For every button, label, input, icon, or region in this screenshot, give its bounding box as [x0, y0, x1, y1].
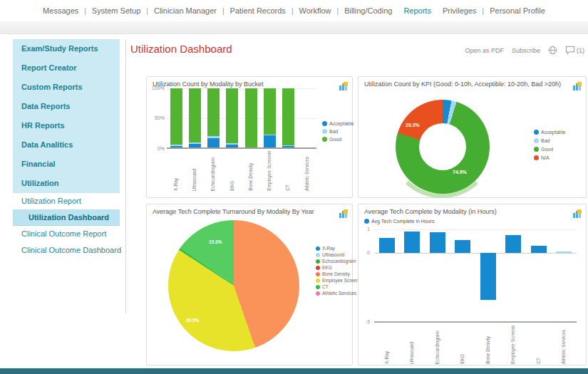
- legend-label: Good: [541, 147, 553, 152]
- legend-dot: [364, 219, 369, 224]
- x-axis-label-text: Employee Screening: [511, 326, 516, 364]
- bar-bone-density[interactable]: [242, 88, 260, 147]
- legend-label: N/A: [541, 155, 550, 160]
- legend-label: Bad: [541, 138, 550, 143]
- bar-segment-acceptable: [264, 135, 276, 147]
- x-axis-label-ct: CT: [279, 151, 298, 191]
- legend-item-x-ray: X-Ray: [316, 246, 359, 251]
- bar-athletic-services[interactable]: [552, 229, 577, 321]
- bar-employee-screenin[interactable]: [260, 88, 279, 147]
- bar-segment-good: [226, 88, 238, 143]
- bar-ekg[interactable]: [223, 88, 242, 147]
- sidebar-item-custom-reports[interactable]: Custom Reports: [13, 78, 120, 97]
- x-axis-label-text: EKG: [460, 354, 465, 364]
- nav-item-privileges[interactable]: Privileges: [443, 6, 477, 15]
- legend-label: Good: [329, 137, 341, 142]
- x-axis-label-athletic-services: Athletic Services: [552, 326, 577, 364]
- bar-bone-density[interactable]: [475, 229, 501, 321]
- nav-item-reports[interactable]: Reports: [403, 6, 431, 15]
- legend-dot: [322, 121, 327, 126]
- sidebar-item-financial[interactable]: Financial: [13, 155, 120, 174]
- page-title: Utilization Dashboard: [130, 43, 232, 55]
- x-axis-label-employee-screenin: Employee Screenin...: [260, 151, 279, 191]
- bar-segment-good: [264, 88, 276, 135]
- sidebar-item-clinical-outcome-dashboard[interactable]: Clinical Outcome Dashboard: [13, 242, 120, 259]
- sidebar-item-data-reports[interactable]: Data Reports: [13, 97, 120, 116]
- chart-type-icon[interactable]: [339, 208, 348, 217]
- chart-type-icon[interactable]: [573, 208, 582, 217]
- sidebar-item-data-analitics[interactable]: Data Analitics: [13, 135, 120, 155]
- legend-item-ct: CT: [316, 284, 359, 289]
- legend-item-acceptable: Acceptable: [534, 130, 566, 135]
- x-axis-label-text: Employee Screenin...: [267, 151, 272, 191]
- bar-segment-good: [282, 88, 294, 145]
- chart-type-icon[interactable]: [573, 80, 582, 89]
- legend-label: Avg Tech Complete in Hours: [371, 219, 434, 224]
- chart-panel-avg-tech-complete: Average Tech Complete by Modality (in Ho…: [358, 204, 587, 365]
- bar-ultrasound[interactable]: [400, 229, 425, 321]
- nav-item-billing-coding[interactable]: Billing/Coding: [344, 6, 392, 15]
- donut-chart[interactable]: 20.3% 74.9%: [396, 100, 490, 194]
- x-axis-label-employee-screening: Employee Screening: [501, 326, 527, 364]
- bar-value: [531, 246, 547, 253]
- bar-value: [430, 232, 445, 253]
- legend-item-ultrasound: Ultrasound: [316, 252, 359, 257]
- sidebar-item-utilization[interactable]: Utilization: [13, 174, 120, 193]
- bar-value: [505, 235, 521, 253]
- x-axis-label-text: CT: [286, 185, 291, 191]
- sidebar-item-clinical-outcome-report[interactable]: Clinical Outcome Report: [13, 226, 120, 242]
- bar-x-ray[interactable]: [167, 88, 185, 147]
- sidebar-item-report-creator[interactable]: Report Creator: [13, 58, 120, 78]
- bar-segment-good: [189, 88, 201, 142]
- bottom-bar: [0, 368, 588, 374]
- bar-athletic-services[interactable]: [298, 88, 316, 147]
- bar-echocardiogram[interactable]: [205, 88, 223, 147]
- bar-segment-acceptable: [207, 138, 220, 147]
- legend-dot: [322, 129, 327, 134]
- x-axis-label-ultrasound: Ultrasound: [185, 151, 204, 191]
- x-axis-label-text: X-Ray: [174, 178, 179, 191]
- chart-type-icon[interactable]: [339, 80, 348, 89]
- bar-employee-screening[interactable]: [501, 229, 527, 321]
- bar-ct[interactable]: [526, 229, 552, 321]
- x-axis-label-bone-density: Bone Density: [475, 326, 501, 364]
- nav-item-workflow[interactable]: Workflow: [299, 6, 331, 15]
- legend-item-athletic-services: Athletic Services: [316, 291, 359, 296]
- legend-dot: [316, 285, 320, 289]
- bar-ultrasound[interactable]: [185, 88, 204, 147]
- chart-panel-utilization-by-modality: Utilization Count by Modality by Bucket …: [146, 76, 353, 198]
- legend-label: Athletic Services: [322, 291, 356, 296]
- nav-item-personal-profile[interactable]: Personal Profile: [490, 6, 545, 15]
- nav-item-messages[interactable]: Messages: [43, 6, 78, 15]
- legend-item-good: Good: [322, 137, 354, 142]
- globe-icon[interactable]: [548, 46, 557, 55]
- bar-segment-acceptable: [189, 144, 201, 147]
- legend-item-bad: Bad: [534, 138, 566, 143]
- nav-item-clinician-manager[interactable]: Clinician Manager: [154, 6, 217, 15]
- comments-icon[interactable]: (1): [565, 46, 584, 55]
- bar-segment-acceptable: [282, 146, 294, 147]
- legend-label: Employee Screen: [322, 278, 359, 283]
- nav-item-patient-records[interactable]: Patient Records: [230, 6, 286, 15]
- bar-ct[interactable]: [279, 88, 298, 147]
- bar-echocardiogram[interactable]: [425, 229, 450, 321]
- nav-separator: |: [84, 7, 86, 15]
- sidebar-item-utilization-report[interactable]: Utilization Report: [13, 193, 120, 209]
- bar-ekg[interactable]: [450, 229, 476, 321]
- nav-item-system-setup[interactable]: System Setup: [92, 6, 140, 15]
- x-axis-labels: X-RayUltrasoundEchocardiogramEKGBone Den…: [374, 326, 577, 364]
- top-nav-list: Messages|System Setup|Clinician Manager|…: [37, 6, 551, 15]
- bar-x-ray[interactable]: [374, 229, 400, 321]
- x-axis-label-text: Echocardiogram: [435, 331, 440, 364]
- page-actions: Open as PDF Subscribe (1): [465, 46, 584, 55]
- sidebar-item-exam-study-reports[interactable]: Exam/Study Reports: [13, 39, 120, 58]
- legend-label: Echocardiogram: [322, 259, 356, 264]
- donut-slices: 20.3% 74.9%: [396, 100, 490, 194]
- open-as-pdf-link[interactable]: Open as PDF: [465, 47, 504, 54]
- pie-chart[interactable]: 39.5% 15.3%: [168, 220, 299, 351]
- chart-legend: X-RayUltrasoundEchocardiogramEKGBone Den…: [316, 246, 359, 297]
- sidebar-item-hr-reports[interactable]: HR Reports: [13, 116, 120, 135]
- bar-value: [556, 251, 572, 253]
- subscribe-link[interactable]: Subscribe: [512, 47, 540, 54]
- sidebar-item-utilization-dashboard[interactable]: Utilization Dashboard: [13, 209, 120, 226]
